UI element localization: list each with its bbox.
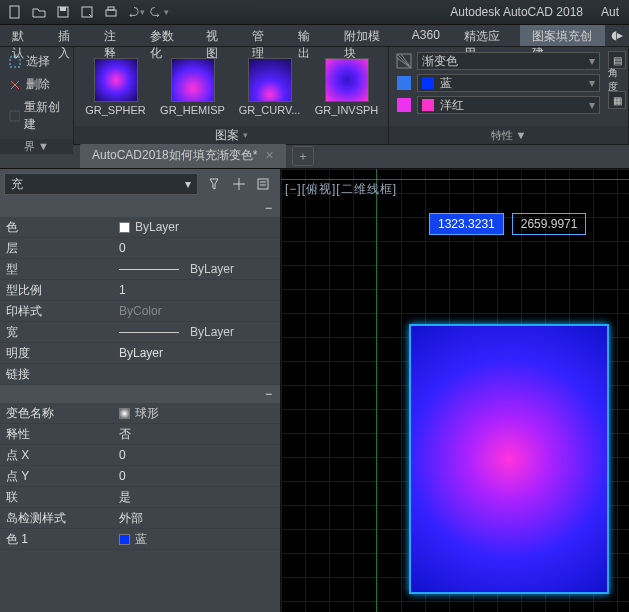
open-icon[interactable] [28, 2, 50, 22]
redo-icon[interactable]: ▾ [148, 2, 170, 22]
ribbon-panel-pattern: GR_SPHER GR_HEMISP GR_CURV... GR_INVSPH … [74, 47, 389, 144]
color-swatch [119, 222, 130, 233]
print-icon[interactable] [100, 2, 122, 22]
tab-more-icon[interactable]: ◖▸ [605, 25, 629, 46]
prop-color[interactable]: 色ByLayer [0, 217, 280, 238]
new-icon[interactable] [4, 2, 26, 22]
tab-addon[interactable]: 附加模块 [332, 25, 400, 46]
svg-rect-0 [10, 6, 19, 18]
hatch-type-icon [395, 52, 413, 70]
swatch-hemisp [171, 58, 215, 102]
title-extra: Aut [601, 5, 619, 19]
select-button[interactable]: 选择 [2, 51, 71, 72]
pattern-hemisp[interactable]: GR_HEMISP [158, 58, 228, 116]
lineweight-preview [119, 332, 179, 333]
color2-value: 洋红 [440, 97, 464, 114]
tab-insert[interactable]: 插入 [46, 25, 92, 46]
svg-rect-2 [60, 7, 66, 11]
svg-rect-4 [106, 10, 116, 16]
prop-transparency[interactable]: 明度ByLayer [0, 343, 280, 364]
tab-featured[interactable]: 精选应用 [452, 25, 520, 46]
tab-parametric[interactable]: 参数化 [138, 25, 195, 46]
ribbon-panel-boundary: 选择 删除 重新创建 界 ▼ [0, 47, 74, 144]
hatch-type-dropdown[interactable]: 渐变色▾ [417, 52, 600, 70]
color1-dropdown[interactable]: 蓝▾ [417, 74, 600, 92]
color1-icon [395, 74, 413, 92]
prop-island[interactable]: 岛检测样式外部 [0, 508, 280, 529]
quick-calc-icon[interactable] [254, 175, 272, 193]
chevron-down-icon: ▾ [185, 177, 191, 191]
panel-title-pattern[interactable]: 图案▾ [74, 126, 388, 144]
saveas-icon[interactable] [76, 2, 98, 22]
angle-label[interactable]: 角度 [608, 71, 624, 89]
label-invsph: GR_INVSPH [315, 104, 379, 116]
chevron-down-icon: ▾ [589, 54, 595, 68]
pattern-invsph[interactable]: GR_INVSPH [312, 58, 382, 116]
tab-output[interactable]: 输出 [286, 25, 332, 46]
recreate-label: 重新创建 [24, 99, 65, 133]
gradient-swatch [119, 408, 130, 419]
recreate-button[interactable]: 重新创建 [2, 97, 71, 135]
tab-default[interactable]: 默认 [0, 25, 46, 46]
viewport-label[interactable]: [−][俯视][二维线框] [285, 181, 397, 198]
quick-select-icon[interactable] [206, 175, 224, 193]
prop-linetype[interactable]: 型ByLayer [0, 259, 280, 280]
label-curv: GR_CURV... [239, 104, 301, 116]
prop-annotative[interactable]: 释性否 [0, 424, 280, 445]
close-icon[interactable]: ✕ [265, 149, 274, 162]
color2-swatch [422, 99, 434, 111]
prop-lineweight[interactable]: 宽ByLayer [0, 322, 280, 343]
gradient-hatch-object[interactable] [409, 324, 609, 594]
prop-gradient-name[interactable]: 变色名称球形 [0, 403, 280, 424]
ribbon: 选择 删除 重新创建 界 ▼ GR_SPHER GR_HEMISP GR_CUR… [0, 47, 629, 145]
pattern-spher[interactable]: GR_SPHER [81, 58, 151, 116]
opacity-icon[interactable]: ▦ [608, 91, 626, 109]
object-type-dropdown[interactable]: 充▾ [4, 173, 198, 195]
workspace: 充▾ − 色ByLayer 层0 型ByLayer 型比例1 印样式ByColo… [0, 169, 629, 612]
label-hemisp: GR_HEMISP [160, 104, 225, 116]
chevron-down-icon: ▾ [243, 130, 248, 140]
prop-origin-y[interactable]: 点 Y0 [0, 466, 280, 487]
prop-origin-x[interactable]: 点 X0 [0, 445, 280, 466]
group-pattern[interactable]: − [0, 385, 280, 403]
tab-hatch-creation[interactable]: 图案填充创建 [520, 25, 605, 46]
document-tab-label: AutoCAD2018如何填充渐变色* [92, 147, 257, 164]
color2-icon [395, 96, 413, 114]
prop-ltscale[interactable]: 型比例1 [0, 280, 280, 301]
tab-view[interactable]: 视图 [194, 25, 240, 46]
panel-title-props[interactable]: 特性 ▼ [389, 126, 628, 144]
pattern-curv[interactable]: GR_CURV... [235, 58, 305, 116]
color1-value: 蓝 [440, 75, 452, 92]
select-objects-icon[interactable] [230, 175, 248, 193]
pattern-title-text: 图案 [215, 127, 239, 144]
tab-annotate[interactable]: 注释 [92, 25, 138, 46]
color2-dropdown[interactable]: 洋红▾ [417, 96, 600, 114]
palette-header: 充▾ [0, 169, 280, 199]
prop-hyperlink[interactable]: 链接 [0, 364, 280, 385]
drawing-canvas[interactable]: [−][俯视][二维线框] 1323.3231 2659.9971 [281, 169, 629, 612]
prop-color1[interactable]: 色 1蓝 [0, 529, 280, 550]
swatch-invsph [325, 58, 369, 102]
crosshair-horizontal [281, 179, 629, 180]
tab-manage[interactable]: 管理 [240, 25, 286, 46]
props-extra-col: ▤ 角度 ▦ [606, 49, 626, 124]
save-icon[interactable] [52, 2, 74, 22]
coord-y[interactable]: 2659.9971 [512, 213, 587, 235]
title-bar: ▾ ▾ Autodesk AutoCAD 2018 Aut [0, 0, 629, 25]
prop-plotstyle[interactable]: 印样式ByColor [0, 301, 280, 322]
svg-rect-7 [10, 111, 20, 121]
undo-icon[interactable]: ▾ [124, 2, 146, 22]
prop-layer[interactable]: 层0 [0, 238, 280, 259]
delete-button[interactable]: 删除 [2, 74, 71, 95]
tab-a360[interactable]: A360 [400, 25, 452, 46]
document-tab[interactable]: AutoCAD2018如何填充渐变色* ✕ [80, 143, 286, 168]
group-general[interactable]: − [0, 199, 280, 217]
crosshair-vertical [376, 169, 377, 612]
prop-associative[interactable]: 联是 [0, 487, 280, 508]
swatch-curv [248, 58, 292, 102]
app-title: Autodesk AutoCAD 2018 Aut [450, 5, 625, 19]
panel-title-boundary[interactable]: 界 ▼ [0, 139, 73, 154]
object-type-value: 充 [11, 176, 23, 193]
coord-x[interactable]: 1323.3231 [429, 213, 504, 235]
new-tab-button[interactable]: ＋ [292, 146, 314, 166]
